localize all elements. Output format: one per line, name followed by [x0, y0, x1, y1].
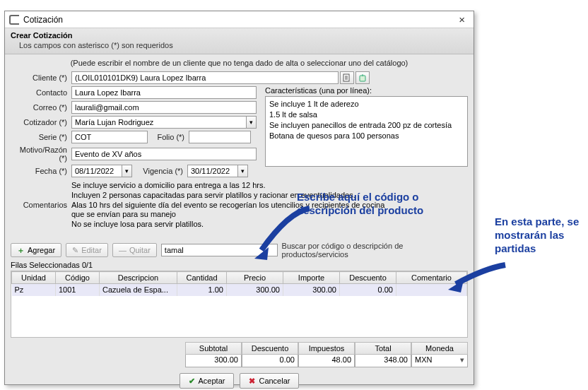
label-folio: Folio (*): [148, 133, 189, 141]
tv-impuestos: 48.00: [298, 355, 355, 367]
th-subtotal: Subtotal: [185, 342, 242, 355]
callout-search: Escribe aquí el código o descripción del…: [297, 191, 481, 218]
callout-grid: En esta parte, se mostrarán las partidas: [495, 215, 587, 255]
header-title: Crear Cotización: [11, 31, 468, 40]
totals-bar: Subtotal300.00 Descuento0.00 Impuestos48…: [11, 342, 468, 367]
cell-unidad[interactable]: Pz: [12, 284, 56, 296]
tv-total: 348.00: [355, 355, 411, 367]
cancelar-label: Cancelar: [259, 377, 290, 385]
agregar-button[interactable]: ＋ Agregar: [11, 243, 61, 257]
arrow-to-grid: [445, 261, 509, 297]
correo-input[interactable]: [71, 101, 257, 114]
label-comentarios: Comentarios: [11, 181, 71, 209]
tv-moneda[interactable]: MXN ▾: [411, 355, 468, 367]
motivo-input[interactable]: [71, 148, 257, 160]
moneda-value: MXN: [415, 355, 432, 364]
agregar-label: Agregar: [28, 246, 55, 254]
th-moneda: Moneda: [411, 342, 468, 355]
fecha-picker[interactable]: ▾: [122, 165, 132, 177]
aceptar-button[interactable]: ✔ Aceptar: [180, 373, 235, 389]
quitar-button[interactable]: — Quitar: [112, 243, 157, 257]
header-band: Crear Cotización Los campos con asterisc…: [5, 28, 474, 54]
cell-descuento[interactable]: 0.00: [340, 284, 396, 296]
window-title: Cotización: [23, 15, 454, 25]
cancel-icon: ✖: [249, 377, 255, 386]
cotizador-dropdown[interactable]: ▾: [247, 116, 257, 129]
label-fecha: Fecha (*): [11, 167, 71, 175]
line-items-grid[interactable]: Unidad Código Descripcion Cantidad Preci…: [11, 271, 468, 338]
th-impuestos: Impuestos: [298, 342, 355, 355]
arrow-to-search: [253, 205, 317, 261]
check-icon: ✔: [189, 377, 195, 386]
col-cantidad[interactable]: Cantidad: [177, 272, 227, 284]
app-icon: [9, 15, 19, 25]
cell-importe[interactable]: 300.00: [283, 284, 340, 296]
folio-input[interactable]: [189, 131, 251, 143]
col-descripcion[interactable]: Descripcion: [100, 272, 177, 284]
label-vigencia: Vigencia (*): [132, 167, 187, 175]
serie-input[interactable]: [71, 131, 148, 143]
tv-descuento: 0.00: [242, 355, 298, 367]
minus-icon: —: [119, 246, 127, 254]
titlebar: Cotización ×: [5, 11, 474, 28]
cliente-input[interactable]: [71, 71, 339, 84]
cotizador-input[interactable]: [71, 116, 247, 129]
cell-descripcion[interactable]: Cazuela de Espa...: [100, 284, 177, 296]
label-contacto: Contacto: [11, 88, 71, 97]
label-cotizador: Cotizador (*): [11, 118, 71, 126]
cell-codigo[interactable]: 1001: [56, 284, 100, 296]
quitar-label: Quitar: [129, 246, 151, 254]
col-descuento[interactable]: Descuento: [340, 272, 396, 284]
cliente-lookup-button[interactable]: [340, 71, 354, 84]
caracteristicas-textarea[interactable]: Se incluye 1 lt de aderezo 1.5 lt de sal…: [265, 96, 468, 167]
close-button[interactable]: ×: [454, 13, 469, 25]
pencil-icon: ✎: [72, 246, 78, 255]
fecha-input[interactable]: [71, 165, 122, 177]
rows-selected-label: Filas Seleccionadas 0/1: [11, 261, 468, 269]
label-serie: Serie (*): [11, 133, 71, 141]
th-descuento: Descuento: [242, 342, 298, 355]
svg-rect-1: [360, 76, 365, 81]
cell-precio[interactable]: 300.00: [227, 284, 283, 296]
col-importe[interactable]: Importe: [283, 272, 340, 284]
aceptar-label: Aceptar: [199, 377, 225, 385]
content-area: (Puede escribir el nombre de un cliente …: [5, 54, 474, 390]
cliente-add-button[interactable]: [355, 71, 370, 84]
th-total: Total: [355, 342, 411, 355]
vigencia-input[interactable]: [187, 165, 238, 177]
cancelar-button[interactable]: ✖ Cancelar: [240, 373, 299, 389]
tv-subtotal: 300.00: [185, 355, 242, 367]
vigencia-picker[interactable]: ▾: [238, 165, 248, 177]
client-hint: (Puede escribir el nombre de un cliente …: [11, 59, 468, 67]
chevron-down-icon: ▾: [460, 355, 464, 365]
plus-icon: ＋: [17, 245, 25, 256]
label-correo: Correo (*): [11, 103, 71, 112]
col-codigo[interactable]: Código: [56, 272, 100, 284]
header-subtitle: Los campos con asterisco (*) son requeri…: [11, 41, 468, 49]
label-caracteristicas: Características (una por línea):: [265, 86, 468, 95]
editar-button[interactable]: ✎ Editar: [66, 243, 108, 257]
col-unidad[interactable]: Unidad: [12, 272, 56, 284]
label-motivo: Motivo/Razón (*): [11, 146, 71, 162]
col-precio[interactable]: Precio: [227, 272, 283, 284]
label-cliente: Cliente (*): [11, 73, 71, 82]
editar-label: Editar: [81, 246, 102, 254]
contacto-input[interactable]: [71, 86, 257, 99]
table-row[interactable]: Pz 1001 Cazuela de Espa... 1.00 300.00 3…: [12, 284, 467, 296]
cell-cantidad[interactable]: 1.00: [177, 284, 227, 296]
